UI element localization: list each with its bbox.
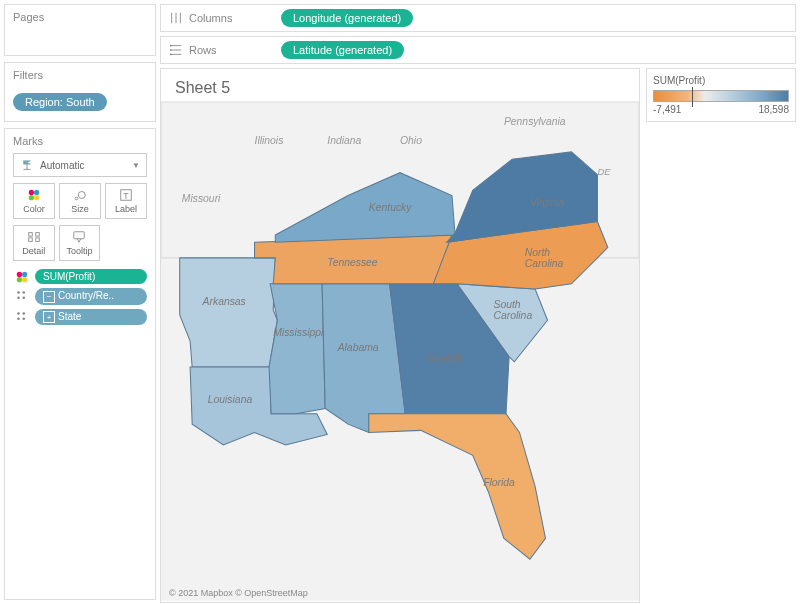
svg-text:Pennsylvania: Pennsylvania [504,116,566,127]
map-attribution: © 2021 Mapbox © OpenStreetMap [169,588,308,598]
filter-region[interactable]: Region: South [13,93,107,111]
rows-pill[interactable]: Latitude (generated) [281,41,404,59]
svg-text:Mississippi: Mississippi [273,327,324,338]
svg-text:T: T [123,191,129,201]
detail-icon [27,230,41,244]
svg-point-2 [29,190,34,195]
legend-zero-tick [692,87,693,107]
mark-pill-country[interactable]: −Country/Re.. [35,288,147,305]
svg-point-6 [75,197,78,200]
svg-point-26 [22,317,25,320]
label-button[interactable]: T Label [105,183,147,219]
legend-title: SUM(Profit) [653,75,789,86]
pages-card: Pages [4,4,156,56]
columns-icon [169,11,183,25]
svg-point-19 [17,291,20,294]
detail-icon [13,310,31,324]
svg-point-15 [17,271,22,276]
chevron-down-icon: ▼ [132,161,140,170]
mark-type-select[interactable]: Automatic ▼ [13,153,147,177]
svg-point-34 [170,49,172,51]
rows-label: Rows [189,44,217,56]
legend-gradient[interactable] [653,90,789,102]
state-mississippi[interactable] [269,284,325,414]
svg-point-17 [17,277,22,282]
mark-type-label: Automatic [40,160,84,171]
svg-rect-12 [29,238,33,242]
svg-text:Tennessee: Tennessee [327,257,378,268]
state-arkansas[interactable] [180,258,278,367]
svg-point-5 [34,195,39,200]
color-legend[interactable]: SUM(Profit) -7,491 18,598 [646,68,796,122]
svg-point-3 [34,190,39,195]
pages-title: Pages [5,5,155,29]
plus-icon: + [43,311,55,323]
minus-icon: − [43,291,55,303]
filters-card: Filters Region: South [4,62,156,122]
detail-button[interactable]: Detail [13,225,55,261]
svg-text:Virginia: Virginia [530,197,565,208]
choropleth-map[interactable]: Illinois Indiana Ohio Pennsylvania Misso… [161,101,639,602]
size-icon [73,188,87,202]
svg-point-20 [22,291,25,294]
rows-shelf[interactable]: Rows Latitude (generated) [160,36,796,64]
svg-text:DE: DE [597,167,611,177]
legend-max: 18,598 [758,104,789,115]
svg-rect-13 [36,238,40,242]
svg-rect-14 [74,232,85,239]
mark-pill-state[interactable]: +State [35,309,147,326]
svg-point-21 [17,297,20,300]
svg-point-25 [17,317,20,320]
svg-text:Missouri: Missouri [182,193,221,204]
svg-point-18 [22,277,27,282]
color-button[interactable]: Color [13,183,55,219]
rows-icon [169,43,183,57]
svg-point-16 [22,271,27,276]
svg-text:Alabama: Alabama [337,342,379,353]
legend-min: -7,491 [653,104,681,115]
svg-point-35 [170,54,172,56]
color-icon [13,270,31,284]
marks-title: Marks [5,129,155,153]
svg-point-22 [22,297,25,300]
marks-card: Marks Automatic ▼ Color [4,128,156,600]
svg-point-24 [22,312,25,315]
svg-point-33 [170,45,172,47]
svg-rect-10 [29,233,33,237]
svg-text:Arkansas: Arkansas [202,296,246,307]
map-view[interactable]: Sheet 5 Illinois Indiana Ohio Pennsylvan… [160,68,640,603]
detail-icon [13,289,31,303]
tooltip-icon [72,230,86,244]
svg-text:Ohio: Ohio [400,135,422,146]
svg-text:Kentucky: Kentucky [369,202,412,213]
color-icon [27,188,41,202]
columns-pill[interactable]: Longitude (generated) [281,9,413,27]
svg-text:Indiana: Indiana [327,135,361,146]
label-icon: T [119,188,133,202]
svg-point-23 [17,312,20,315]
filters-title: Filters [5,63,155,87]
svg-point-4 [29,195,34,200]
svg-text:Illinois: Illinois [255,135,284,146]
sheet-title[interactable]: Sheet 5 [161,69,639,101]
tooltip-button[interactable]: Tooltip [59,225,101,261]
svg-rect-11 [36,233,40,237]
size-button[interactable]: Size [59,183,101,219]
svg-point-7 [78,192,85,199]
svg-text:Georgia: Georgia [426,353,463,364]
mark-pill-profit[interactable]: SUM(Profit) [35,269,147,284]
svg-text:Louisiana: Louisiana [208,394,253,405]
columns-shelf[interactable]: Columns Longitude (generated) [160,4,796,32]
columns-label: Columns [189,12,232,24]
svg-text:Florida: Florida [483,477,515,488]
automatic-icon [20,158,34,172]
